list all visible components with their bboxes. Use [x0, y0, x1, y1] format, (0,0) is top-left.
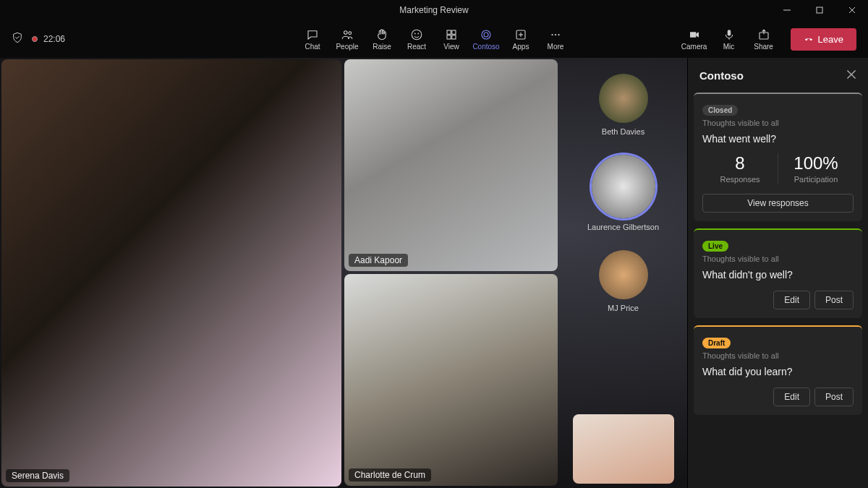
leave-button[interactable]: Leave [791, 28, 856, 51]
video-tile-charlotte[interactable]: Charlotte de Crum [344, 274, 558, 486]
svg-point-4 [344, 30, 348, 34]
panel-body: Closed Thoughts visible to all What went… [688, 93, 868, 488]
leave-label: Leave [818, 34, 843, 45]
chat-button[interactable]: Chat [296, 22, 329, 56]
avatar-icon [592, 155, 655, 218]
avatar-icon [599, 74, 648, 123]
window-controls [770, 0, 868, 20]
main-area: Serena Davis Aadi Kapoor Charlotte de Cr… [0, 58, 868, 488]
stats-row: 8 Responses 100% Participation [702, 153, 854, 184]
svg-rect-10 [452, 30, 456, 34]
name-tag: Aadi Kapoor [349, 254, 408, 267]
avatar-name: Laurence Gilbertson [587, 223, 659, 231]
stat-value: 100% [778, 153, 854, 174]
stat-responses: 8 Responses [702, 153, 778, 184]
stat-participation: 100% Participation [778, 153, 854, 184]
window-title: Marketing Review [399, 5, 468, 15]
edit-button[interactable]: Edit [773, 291, 810, 309]
question-text: What didn't go well? [702, 269, 854, 281]
edit-button[interactable]: Edit [773, 388, 810, 406]
status-badge: Live [702, 241, 728, 252]
svg-point-20 [558, 33, 559, 35]
name-tag: Serena Davis [6, 469, 69, 482]
titlebar: Marketing Review [0, 0, 868, 20]
svg-rect-1 [817, 7, 822, 13]
apps-button[interactable]: Apps [504, 22, 537, 56]
camera-button[interactable]: Camera [678, 22, 711, 56]
contoso-label: Contoso [472, 43, 499, 51]
panel-title: Contoso [699, 69, 744, 82]
close-button[interactable] [835, 0, 868, 20]
svg-point-19 [555, 33, 556, 35]
contoso-button[interactable]: Contoso [469, 22, 503, 56]
avatar-name: Beth Davies [602, 127, 644, 136]
timer-text: 22:06 [43, 34, 65, 44]
visibility-text: Thoughts visible to all [702, 254, 854, 263]
hangup-icon [804, 34, 814, 44]
minimize-button[interactable] [770, 0, 803, 20]
status-badge: Draft [702, 338, 731, 348]
raise-button[interactable]: Raise [365, 22, 399, 56]
svg-point-13 [482, 30, 490, 39]
avatar-name: MJ Price [608, 304, 639, 312]
chat-label: Chat [305, 43, 320, 51]
toolbar-center: Chat People Raise React View Contoso App… [296, 22, 572, 56]
panel-header: Contoso [688, 58, 868, 93]
toolbar-right: Camera Mic Share Leave [678, 22, 856, 56]
contoso-panel: Contoso Closed Thoughts visible to all W… [687, 58, 868, 488]
svg-point-18 [551, 33, 553, 35]
shield-icon[interactable] [12, 32, 23, 46]
participant-beth[interactable]: Beth Davies [599, 74, 648, 136]
camera-label: Camera [681, 43, 707, 51]
svg-point-5 [349, 31, 352, 34]
stat-label: Responses [702, 175, 778, 184]
svg-rect-12 [452, 35, 456, 38]
view-responses-button[interactable]: View responses [702, 194, 854, 213]
svg-point-8 [418, 33, 419, 34]
visibility-text: Thoughts visible to all [702, 119, 854, 127]
avatar-icon [599, 250, 648, 299]
question-text: What did you learn? [702, 366, 854, 377]
more-button[interactable]: More [539, 22, 572, 56]
post-button[interactable]: Post [814, 388, 854, 406]
mic-button[interactable]: Mic [712, 22, 746, 56]
svg-point-6 [412, 30, 422, 40]
share-button[interactable]: Share [747, 22, 780, 56]
video-tile-overflow[interactable] [573, 414, 674, 484]
mic-label: Mic [723, 43, 735, 51]
video-tile-aadi[interactable]: Aadi Kapoor [344, 59, 558, 271]
svg-rect-11 [447, 35, 451, 38]
people-button[interactable]: People [331, 22, 364, 56]
participant-mj[interactable]: MJ Price [599, 250, 648, 312]
svg-point-7 [414, 33, 415, 34]
participant-laurence[interactable]: Laurence Gilbertson [587, 155, 659, 231]
maximize-button[interactable] [803, 0, 835, 20]
meeting-toolbar: 22:06 Chat People Raise React View Conto… [0, 20, 868, 58]
react-button[interactable]: React [400, 22, 433, 56]
card-draft: Draft Thoughts visible to all What did y… [694, 325, 862, 415]
post-button[interactable]: Post [814, 291, 854, 309]
video-grid: Serena Davis Aadi Kapoor Charlotte de Cr… [0, 58, 687, 488]
visibility-text: Thoughts visible to all [702, 351, 854, 360]
view-label: View [443, 43, 459, 51]
record-icon [32, 36, 38, 42]
svg-rect-9 [447, 30, 451, 34]
raise-label: Raise [373, 43, 391, 51]
stat-label: Participation [778, 175, 854, 184]
card-live: Live Thoughts visible to all What didn't… [694, 228, 862, 318]
view-button[interactable]: View [435, 22, 468, 56]
toolbar-left: 22:06 [12, 32, 65, 46]
react-label: React [407, 43, 426, 51]
stat-value: 8 [702, 153, 778, 174]
video-tile-serena[interactable]: Serena Davis [1, 59, 341, 487]
name-tag: Charlotte de Crum [349, 468, 431, 481]
people-label: People [336, 43, 358, 51]
recording-indicator: 22:06 [32, 34, 65, 44]
status-badge: Closed [702, 105, 738, 116]
close-icon[interactable] [846, 69, 856, 82]
svg-rect-21 [727, 30, 731, 35]
apps-label: Apps [513, 43, 529, 51]
svg-point-14 [484, 33, 488, 37]
more-label: More [548, 43, 564, 51]
card-closed: Closed Thoughts visible to all What went… [694, 93, 862, 221]
